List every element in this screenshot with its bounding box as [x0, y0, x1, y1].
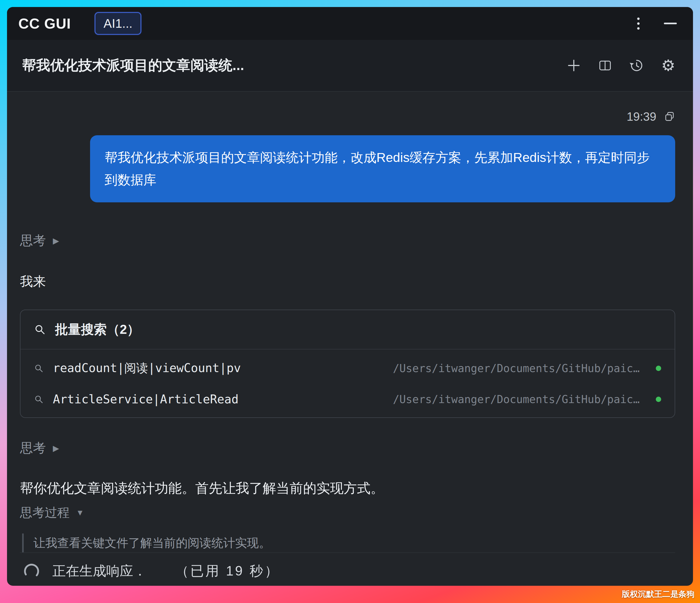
generation-status-bar: 正在生成响应． （已用 19 秒） [20, 552, 675, 586]
conversation-title: 帮我优化技术派项目的文章阅读统... [22, 56, 244, 75]
thinking-label: 思考 [20, 232, 46, 249]
search-result-row[interactable]: readCount|阅读|viewCount|pv /Users/itwange… [21, 349, 675, 384]
chevron-right-icon: ▶ [53, 236, 59, 245]
app-title: CC GUI [18, 15, 71, 32]
titlebar: CC GUI AI1... [7, 7, 693, 40]
spinner-icon [23, 563, 40, 580]
search-icon [34, 323, 46, 336]
minimize-button[interactable] [660, 17, 680, 30]
copy-icon [664, 111, 675, 122]
assistant-message: 帮你优化文章阅读统计功能。首先让我了解当前的实现方式。 [20, 479, 675, 497]
batch-search-title: 批量搜索（2） [55, 321, 140, 338]
elapsed-time: （已用 19 秒） [175, 562, 280, 580]
conversation-header: 帮我优化技术派项目的文章阅读统... ⚙ [7, 40, 693, 91]
gear-icon: ⚙ [661, 58, 675, 73]
search-result-row[interactable]: ArticleService|ArticleRead /Users/itwang… [21, 384, 675, 417]
split-view-icon [598, 58, 612, 73]
history-icon [629, 58, 644, 73]
batch-search-card: 批量搜索（2） readCount|阅读|viewCount|pv /Users… [20, 310, 675, 418]
minimize-icon [664, 23, 677, 24]
search-query: readCount|阅读|viewCount|pv [53, 360, 241, 376]
thinking-process-label: 思考过程 [20, 504, 70, 521]
session-tab[interactable]: AI1... [95, 12, 141, 35]
header-actions: ⚙ [567, 58, 675, 73]
chevron-down-icon: ▼ [76, 508, 84, 517]
status-dot [656, 397, 661, 402]
batch-search-header: 批量搜索（2） [21, 310, 675, 349]
app-window: CC GUI AI1... 帮我优化技术派项目的文章阅读统... [7, 7, 693, 586]
copy-button[interactable] [664, 111, 675, 122]
search-path: /Users/itwanger/Documents/GitHub/paic… [393, 393, 640, 405]
message-timestamp: 19:39 [627, 110, 656, 123]
chevron-right-icon: ▶ [53, 444, 59, 453]
user-message-bubble: 帮我优化技术派项目的文章阅读统计功能，改成Redis缓存方案，先累加Redis计… [90, 135, 675, 202]
status-text: 正在生成响应． [52, 562, 147, 580]
thinking-toggle-1[interactable]: 思考 ▶ [20, 232, 59, 249]
thinking-toggle-2[interactable]: 思考 ▶ [20, 440, 59, 457]
search-icon [34, 364, 44, 373]
plus-icon [567, 58, 581, 73]
search-query: ArticleService|ArticleRead [53, 392, 239, 406]
thinking-process-toggle[interactable]: 思考过程 ▼ [20, 504, 84, 521]
split-view-button[interactable] [598, 58, 612, 73]
chat-area: 19:39 帮我优化技术派项目的文章阅读统计功能，改成Redis缓存方案，先累加… [7, 91, 693, 586]
history-button[interactable] [629, 58, 644, 73]
thinking-label: 思考 [20, 440, 46, 457]
watermark-text: 版权沉默王二是条狗 [622, 589, 695, 600]
assistant-lead-text: 我来 [20, 273, 675, 290]
status-dot [656, 366, 661, 371]
thinking-process-quote: 让我查看关键文件了解当前的阅读统计实现。 [22, 533, 675, 552]
search-icon [34, 394, 44, 404]
settings-button[interactable]: ⚙ [661, 58, 675, 73]
kebab-menu-icon[interactable] [632, 14, 645, 33]
new-chat-button[interactable] [567, 58, 581, 73]
search-path: /Users/itwanger/Documents/GitHub/paic… [393, 362, 640, 374]
message-meta-row: 19:39 [20, 110, 675, 123]
